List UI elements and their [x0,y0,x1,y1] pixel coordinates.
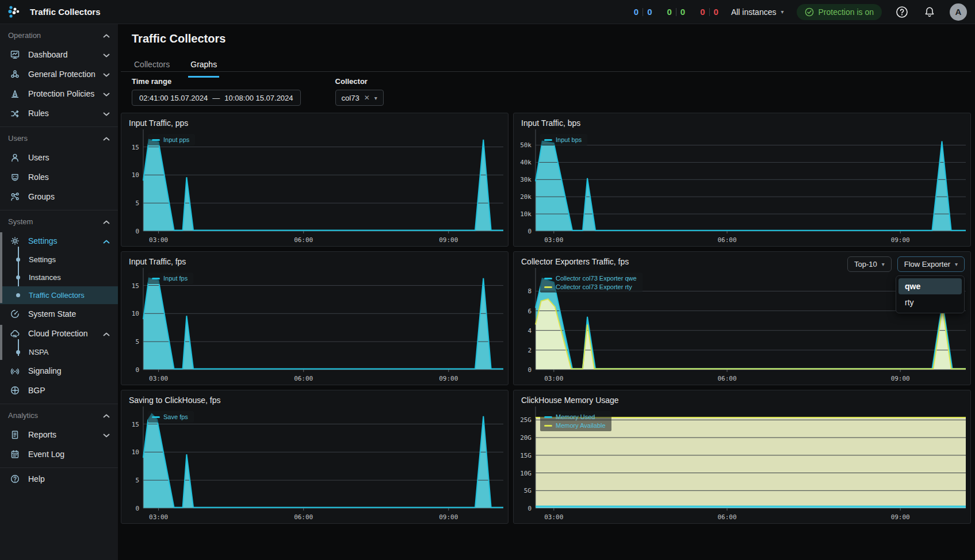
sidebar-subitem-nspa[interactable]: NSPA [0,343,118,361]
chart-panel-input-fps: 05101503:0006:0009:00Input Traffic, fpsI… [121,251,508,385]
flow-exporter-option-rty[interactable]: rty [898,294,962,310]
bgp-icon [10,385,20,396]
nav-children: SettingsInstancesTraffic Collectors [0,251,118,304]
svg-text:0: 0 [527,366,532,374]
sidebar-item-label: Cloud Protection [28,329,88,338]
legend-item[interactable]: Collector col73 Exporter rty [544,283,637,290]
top-n-select[interactable]: Top-10 ▾ [847,256,892,272]
tab-graphs[interactable]: Graphs [188,56,219,78]
section-header-analytics[interactable]: Analytics [0,405,118,425]
legend-item[interactable]: Save fps [152,413,188,420]
collector-value: col73 [342,94,360,102]
sidebar-item-roles[interactable]: Roles [0,167,118,187]
counter-pair[interactable]: 00 [667,7,686,17]
sidebar-item-label: System State [28,309,76,319]
sidebar-item-bgp[interactable]: BGP [0,381,118,400]
sidebar-subitem-label: NSPA [29,348,48,356]
sidebar-item-label: BGP [28,386,45,395]
chart-title: ClickHouse Memory Usage [521,396,619,405]
notifications-button[interactable] [922,5,937,20]
chevron-down-icon: ▾ [374,95,377,101]
svg-text:10G: 10G [520,470,532,477]
collector-select[interactable]: col73 ✕ ▾ [335,90,384,106]
subitem-dot-icon [16,275,20,279]
svg-text:06:00: 06:00 [717,513,736,521]
time-from-value: 02:41:00 15.07.2024 [139,94,208,102]
sidebar-item-protection-policies[interactable]: Protection Policies [0,84,118,103]
chevron-down-icon: ▾ [781,9,783,15]
user-avatar[interactable]: A [950,3,967,21]
subitem-dot-icon [16,293,20,297]
sidebar-item-groups[interactable]: Groups [0,187,118,206]
collector-label: Collector [335,77,384,86]
legend-item[interactable]: Input fps [152,275,188,282]
sidebar-subitem-settings[interactable]: Settings [0,251,118,269]
tab-collectors[interactable]: Collectors [132,56,172,78]
svg-text:03:00: 03:00 [544,236,563,244]
sidebar-item-event-log[interactable]: Event Log [0,444,118,464]
svg-text:15: 15 [132,421,139,428]
sidebar-item-users[interactable]: Users [0,148,118,167]
remove-collector-icon[interactable]: ✕ [364,94,370,102]
flow-exporter-label: Flow Exporter [904,260,950,269]
sidebar-subitem-traffic-collectors[interactable]: Traffic Collectors [0,286,118,304]
sidebar-item-label: Signaling [28,366,62,375]
sidebar-item-help[interactable]: Help [0,469,118,489]
chart-canvas: 010k20k30k40k50k03:0006:0009:00 [514,113,970,246]
sidebar-item-system-state[interactable]: System State [0,304,118,324]
legend-label: Input pps [163,136,189,143]
sidebar-item-reports[interactable]: Reports [0,425,118,444]
sidebar-subitem-instances[interactable]: Instances [0,269,118,286]
chevron-up-icon [103,217,110,226]
counter-pair[interactable]: 00 [700,7,718,17]
sidebar-subitem-label: Traffic Collectors [29,291,85,300]
legend-label: Memory Used [556,413,595,420]
sidebar-item-general-protection[interactable]: General Protection [0,64,118,84]
chart-title: Input Traffic, fps [129,257,186,266]
svg-text:06:00: 06:00 [717,236,736,244]
flow-exporter-select[interactable]: Flow Exporter ▾ [897,256,965,272]
legend-item[interactable]: Input bps [544,136,582,143]
sidebar-item-label: Protection Policies [28,89,94,98]
settings-icon [10,236,20,246]
general-protection-icon [10,69,20,79]
section-header-operation[interactable]: Operation [0,25,118,45]
svg-text:06:00: 06:00 [294,236,313,244]
chart-legend: Memory UsedMemory Available [540,411,611,431]
svg-text:40k: 40k [520,159,532,166]
section-header-system[interactable]: System [0,212,118,231]
main-content: Traffic Collectors CollectorsGraphs Time… [118,24,975,560]
nav-section-analytics: AnalyticsReportsEvent Log [0,404,118,467]
chart-legend: Input pps [148,134,195,145]
legend-label: Memory Available [556,422,606,429]
legend-swatch-icon [152,416,160,418]
legend-item[interactable]: Collector col73 Exporter qwe [544,275,637,282]
instances-selector[interactable]: All instances ▾ [731,7,784,17]
counter-pair[interactable]: 00 [634,7,652,17]
svg-text:2: 2 [527,347,532,354]
svg-text:06:00: 06:00 [294,375,313,382]
sidebar-item-label: Dashboard [28,50,68,59]
flow-exporter-option-qwe[interactable]: qwe [898,278,962,294]
chevron-up-icon [103,411,110,420]
section-label: Analytics [8,411,38,420]
legend-label: Collector col73 Exporter rty [556,283,632,290]
sidebar-item-label: Groups [28,192,55,201]
protection-status-badge[interactable]: Protection is on [797,4,882,20]
time-range-input[interactable]: 02:41:00 15.07.2024 — 10:08:00 15.07.202… [132,90,301,106]
sidebar-item-signaling[interactable]: Signaling [0,361,118,381]
legend-swatch-icon [544,286,552,288]
subitem-dot-icon [16,258,20,262]
exporter-controls: Top-10 ▾ Flow Exporter ▾ [847,256,965,272]
section-header-users[interactable]: Users [0,128,118,148]
chevron-up-icon [103,236,110,246]
legend-item[interactable]: Memory Used [544,413,606,420]
help-button[interactable] [894,5,909,20]
status-counters[interactable]: 000000 [634,7,718,17]
sidebar-item-dashboard[interactable]: Dashboard [0,45,118,64]
sidebar-item-rules[interactable]: Rules [0,103,118,123]
legend-item[interactable]: Input pps [152,136,189,143]
chart-canvas: 05101503:0006:0009:00 [121,113,508,246]
chevron-down-icon [103,50,110,59]
legend-item[interactable]: Memory Available [544,422,606,429]
